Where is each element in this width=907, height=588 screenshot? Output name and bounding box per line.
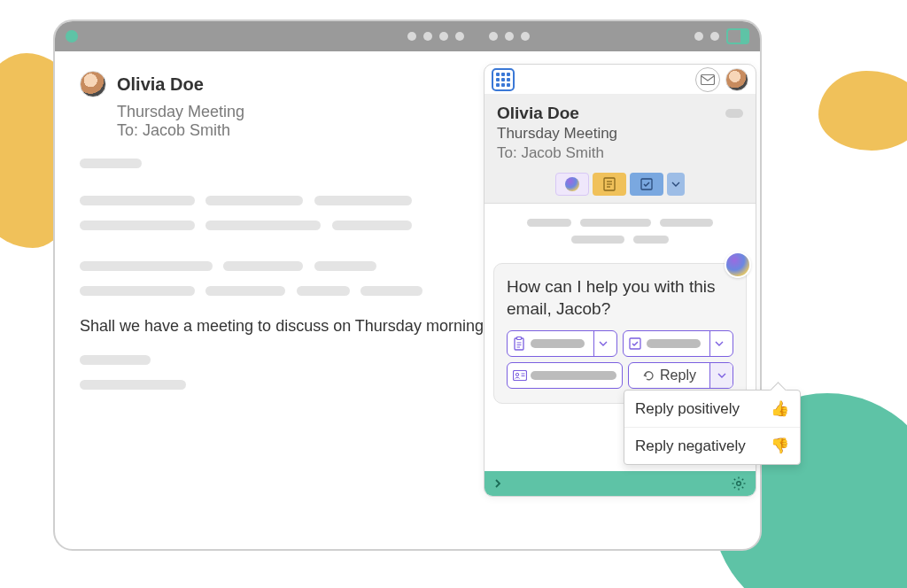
reply-dropdown-menu: Reply positively 👍 Reply negatively 👎 [624,390,801,465]
tab-dot[interactable] [439,32,448,41]
create-contact-button[interactable] [507,362,623,389]
tab-dot[interactable] [423,32,432,41]
sender-avatar [80,71,106,97]
notes-chip[interactable] [593,173,626,196]
decorative-blob [818,71,907,151]
create-task-button[interactable] [623,330,733,357]
tab-dot[interactable] [489,32,498,41]
tab-dot[interactable] [455,32,464,41]
assistant-prompt-text: How can I help you with this email, Jaco… [507,276,733,320]
checkbox-icon [629,337,641,350]
thumbs-down-icon: 👎 [771,437,789,455]
expand-icon[interactable] [493,477,502,490]
mail-icon[interactable] [695,67,720,92]
ai-badge-icon [725,251,751,278]
create-note-button[interactable] [507,330,617,357]
svg-point-13 [516,374,518,376]
chevron-down-icon[interactable] [593,331,611,356]
clipboard-icon [513,337,525,351]
assistant-flag-icon[interactable] [725,109,743,118]
tab-dot[interactable] [505,32,514,41]
user-avatar[interactable] [725,68,748,91]
thumbs-up-icon: 👍 [771,399,789,418]
sender-name: Olivia Doe [117,74,204,95]
svg-line-24 [742,479,743,480]
assistant-summary-placeholder [485,204,756,258]
apps-grid-button[interactable] [492,68,515,91]
titlebar-action-icon[interactable] [694,32,703,41]
assistant-subject: Thursday Meeting [497,125,743,143]
id-card-icon [513,370,525,381]
settings-gear-icon[interactable] [731,476,747,491]
assistant-mode-chips [497,173,743,196]
svg-line-21 [734,479,735,480]
reply-button[interactable]: Reply [628,362,733,389]
reply-dropdown-toggle[interactable] [709,363,733,388]
tab-dot[interactable] [407,32,416,41]
svg-rect-7 [517,337,522,340]
assistant-prompt-card: How can I help you with this email, Jaco… [493,263,747,404]
titlebar [55,21,760,51]
reply-positively-label: Reply positively [635,400,740,418]
reply-positively-item[interactable]: Reply positively 👍 [624,391,800,427]
titlebar-tabs [407,32,530,41]
chip-dropdown[interactable] [667,173,685,196]
assistant-sender-name: Olivia Doe [497,104,579,123]
svg-rect-0 [702,74,715,84]
reply-button-label: Reply [660,368,696,383]
traffic-light-icon[interactable] [66,30,78,43]
panel-toggle-icon[interactable] [726,28,749,44]
svg-line-22 [742,487,743,488]
chevron-down-icon[interactable] [709,331,727,356]
ai-chip[interactable] [555,173,589,196]
assistant-footer [485,471,756,496]
assistant-to-line: To: Jacob Smith [497,144,743,162]
assistant-toolbar [485,65,756,95]
reply-negatively-label: Reply negatively [635,437,746,455]
undo-reply-icon [642,369,655,382]
svg-point-16 [737,482,741,486]
svg-line-23 [734,487,735,488]
assistant-email-header: Olivia Doe Thursday Meeting To: Jacob Sm… [485,95,756,204]
reply-negatively-item[interactable]: Reply negatively 👎 [624,427,800,464]
titlebar-action-icon[interactable] [710,32,719,41]
tasks-chip[interactable] [630,173,663,196]
tab-dot[interactable] [521,32,530,41]
